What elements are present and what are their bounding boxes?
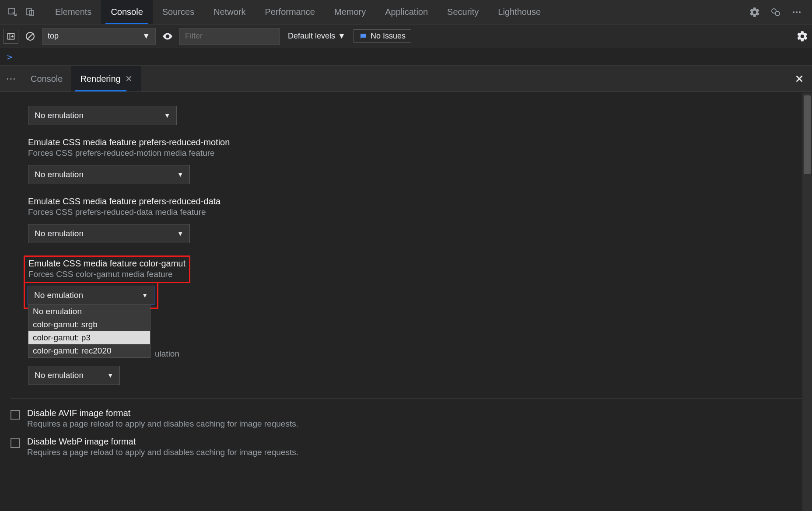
filter-input[interactable] (179, 28, 280, 45)
checkbox-avif[interactable] (10, 410, 20, 420)
levels-label: Default levels (288, 32, 335, 41)
issues-button[interactable]: No Issues (354, 29, 411, 43)
drawer-tab-rendering[interactable]: Rendering ✕ (71, 66, 141, 91)
device-toggle-icon[interactable] (22, 4, 38, 21)
context-select-value: top (48, 32, 59, 41)
chevron-down-icon: ▼ (177, 171, 183, 178)
context-select[interactable]: top ▼ (42, 28, 156, 45)
svg-point-7 (799, 11, 801, 13)
peek-text: ulation (155, 349, 802, 359)
sidebar-toggle-icon[interactable] (4, 29, 18, 44)
chevron-down-icon: ▼ (142, 292, 148, 299)
section-desc: Forces CSS prefers-reduced-motion media … (28, 148, 802, 158)
select-value: No emulation (35, 170, 84, 179)
drawer-more-icon[interactable]: ⋯ (0, 73, 22, 84)
tab-lighthouse[interactable]: Lighthouse (488, 0, 550, 24)
console-filterbar: top ▼ Default levels ▼ No Issues (0, 24, 812, 48)
devtools-toolbar: Elements Console Sources Network Perform… (0, 0, 812, 24)
select-peek[interactable]: No emulation ▼ (28, 366, 120, 385)
svg-point-4 (775, 11, 780, 16)
section-reduced-motion: Emulate CSS media feature prefers-reduce… (28, 137, 802, 184)
chevron-down-icon: ▼ (164, 112, 170, 119)
close-icon[interactable]: ✕ (125, 74, 133, 84)
select-color-gamut[interactable]: No emulation ▼ No emulation color-gamut:… (28, 286, 154, 305)
console-prompt[interactable]: > (0, 48, 812, 66)
rendering-panel: No emulation ▼ Emulate CSS media feature… (0, 93, 802, 511)
dropdown-color-gamut: No emulation color-gamut: srgb color-gam… (28, 304, 150, 358)
section-top: No emulation ▼ (28, 106, 802, 125)
scrollbar[interactable] (802, 93, 812, 511)
drawer-tab-label: Rendering (80, 74, 120, 84)
tab-memory[interactable]: Memory (325, 0, 375, 24)
section-title: Emulate CSS media feature color-gamut (28, 259, 186, 269)
inspect-element-icon[interactable] (4, 4, 21, 21)
checkbox-row-webp: Disable WebP image format Requires a pag… (10, 437, 802, 457)
console-settings-gear-icon[interactable] (796, 30, 808, 42)
chevron-down-icon: ▼ (177, 230, 183, 237)
option-no-emulation[interactable]: No emulation (28, 305, 150, 318)
select-value: No emulation (35, 111, 84, 120)
checkbox-title: Disable AVIF image format (27, 408, 298, 418)
settings-gear-icon[interactable] (746, 4, 763, 21)
tab-sources[interactable]: Sources (153, 0, 204, 24)
select-value: No emulation (35, 229, 84, 238)
toolbar-left-icons (3, 4, 40, 21)
drawer-tab-console[interactable]: Console (22, 66, 71, 91)
checkbox-desc: Requires a page reload to apply and disa… (27, 419, 298, 429)
live-expression-icon[interactable] (160, 29, 175, 44)
highlight-box: Emulate CSS media feature color-gamut Fo… (24, 256, 190, 283)
tab-elements[interactable]: Elements (46, 0, 101, 24)
panel-tabs: Elements Console Sources Network Perform… (46, 0, 550, 24)
select-top[interactable]: No emulation ▼ (28, 106, 177, 125)
select-reduced-data[interactable]: No emulation ▼ (28, 224, 190, 243)
option-srgb[interactable]: color-gamut: srgb (28, 318, 150, 331)
scrollbar-thumb[interactable] (804, 95, 811, 174)
experiments-icon[interactable] (767, 4, 784, 21)
section-reduced-data: Emulate CSS media feature prefers-reduce… (28, 196, 802, 243)
select-value: No emulation (34, 290, 83, 300)
section-title: Emulate CSS media feature prefers-reduce… (28, 137, 802, 147)
chat-icon (359, 32, 367, 40)
checkbox-title: Disable WebP image format (27, 437, 298, 447)
section-title: Emulate CSS media feature prefers-reduce… (28, 196, 802, 206)
tab-console[interactable]: Console (101, 0, 152, 24)
highlight-box: No emulation ▼ No emulation color-gamut:… (24, 282, 158, 309)
drawer-tab-label: Console (31, 74, 63, 84)
separator (10, 398, 802, 399)
checkbox-row-avif: Disable AVIF image format Requires a pag… (10, 408, 802, 429)
checkbox-texts: Disable WebP image format Requires a pag… (27, 437, 298, 457)
tab-application[interactable]: Application (375, 0, 438, 24)
clear-console-icon[interactable] (23, 29, 38, 44)
section-desc: Forces CSS prefers-reduced-data media fe… (28, 207, 802, 217)
svg-point-5 (793, 11, 794, 13)
checkbox-webp[interactable] (10, 438, 20, 448)
section-desc: Forces CSS color-gamut media feature (28, 270, 186, 279)
section-color-gamut: Emulate CSS media feature color-gamut Fo… (24, 256, 802, 309)
chevron-down-icon: ▼ (142, 32, 150, 41)
checkbox-texts: Disable AVIF image format Requires a pag… (27, 408, 298, 429)
svg-rect-1 (26, 9, 32, 15)
option-rec2020[interactable]: color-gamut: rec2020 (28, 344, 150, 357)
more-menu-icon[interactable] (788, 4, 805, 21)
prompt-chevron-icon: > (7, 52, 12, 62)
issues-label: No Issues (371, 32, 406, 41)
toolbar-right (746, 4, 809, 21)
checkbox-desc: Requires a page reload to apply and disa… (27, 448, 298, 457)
select-value: No emulation (35, 371, 84, 380)
option-p3[interactable]: color-gamut: p3 (28, 331, 150, 344)
levels-select[interactable]: Default levels ▼ (284, 32, 349, 41)
tab-network[interactable]: Network (204, 0, 255, 24)
drawer-close-icon[interactable] (787, 74, 812, 84)
drawer-tabs: ⋯ Console Rendering ✕ (0, 66, 812, 92)
chevron-down-icon: ▼ (338, 32, 346, 41)
tab-performance[interactable]: Performance (256, 0, 325, 24)
svg-point-6 (796, 11, 798, 13)
chevron-down-icon: ▼ (107, 372, 113, 379)
select-reduced-motion[interactable]: No emulation ▼ (28, 165, 190, 184)
tab-security[interactable]: Security (438, 0, 488, 24)
